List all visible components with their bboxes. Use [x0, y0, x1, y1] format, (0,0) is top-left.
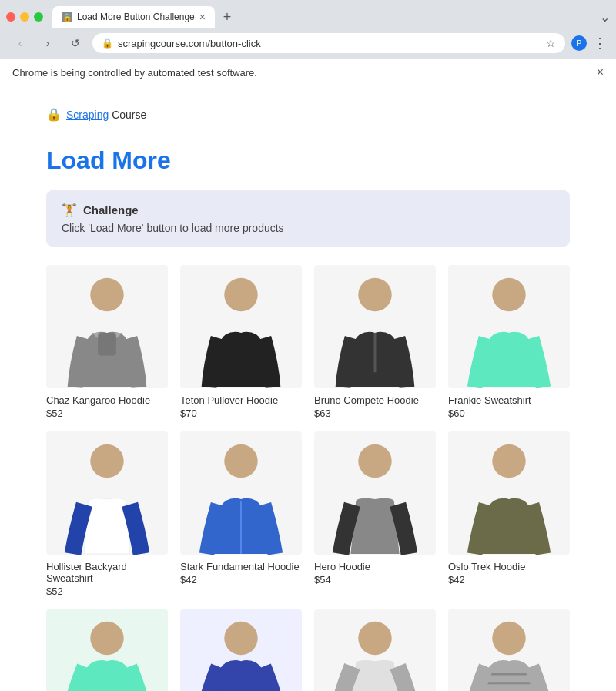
- challenge-description: Click 'Load More' button to load more pr…: [62, 222, 554, 234]
- svg-point-0: [90, 278, 123, 311]
- maximize-window-button[interactable]: [34, 12, 43, 22]
- list-item: Hollister Backyard Sweatshirt $52: [46, 431, 168, 597]
- browser-window: 🔒 Load More Button Challenge × + ⌄ ‹ › ↺…: [0, 0, 616, 691]
- product-name: Teton Pullover Hoodie: [180, 394, 302, 406]
- svg-point-9: [358, 444, 391, 478]
- address-bar: ‹ › ↺ 🔒 scrapingcourse.com/button-click …: [0, 28, 616, 59]
- product-price: $42: [448, 574, 570, 585]
- product-grid-row3: [46, 609, 570, 691]
- svg-point-7: [224, 444, 257, 478]
- product-image: [46, 265, 168, 388]
- product-price: $63: [314, 408, 436, 419]
- product-image: [180, 609, 302, 691]
- list-item: [448, 609, 570, 691]
- tab-favicon: 🔒: [62, 12, 72, 22]
- refresh-button[interactable]: ↺: [65, 32, 86, 54]
- new-tab-button[interactable]: +: [218, 8, 236, 26]
- list-item: [314, 609, 436, 691]
- product-image: [46, 431, 168, 555]
- product-name: Chaz Kangaroo Hoodie: [46, 394, 168, 406]
- challenge-title-text: Challenge: [83, 203, 139, 216]
- list-item: Stark Fundamental Hoodie $42: [180, 431, 302, 597]
- site-header: 🔒 Scraping Course: [46, 98, 570, 128]
- notification-bar: Chrome is being controlled by automated …: [0, 59, 616, 86]
- svg-point-2: [224, 278, 257, 311]
- product-image: [180, 265, 302, 388]
- url-bar[interactable]: 🔒 scrapingcourse.com/button-click ☆: [92, 33, 565, 53]
- svg-point-12: [224, 622, 257, 655]
- back-button[interactable]: ‹: [9, 32, 31, 54]
- challenge-icon: 🏋: [62, 203, 77, 217]
- list-item: Teton Pullover Hoodie $70: [180, 265, 302, 419]
- forward-button[interactable]: ›: [37, 32, 59, 54]
- product-image: [46, 609, 168, 691]
- logo-link-text: Scraping: [66, 109, 109, 121]
- browser-tab-active[interactable]: 🔒 Load More Button Challenge ×: [52, 6, 215, 28]
- svg-point-6: [90, 444, 123, 478]
- product-name: Hero Hoodie: [314, 561, 436, 572]
- product-grid-row2: Hollister Backyard Sweatshirt $52: [46, 431, 570, 597]
- bookmark-icon[interactable]: ☆: [546, 37, 556, 49]
- svg-point-13: [358, 622, 391, 655]
- page-content: 🔒 Scraping Course Load More 🏋 Challenge …: [0, 86, 616, 691]
- profile-avatar[interactable]: P: [571, 35, 587, 51]
- ssl-icon: 🔒: [102, 38, 113, 49]
- page-title: Load More: [46, 146, 570, 175]
- product-image: [314, 265, 436, 388]
- product-image: [448, 265, 570, 388]
- tab-bar: 🔒 Load More Button Challenge × + ⌄: [0, 0, 616, 28]
- svg-point-10: [492, 444, 525, 478]
- challenge-box: 🏋 Challenge Click 'Load More' button to …: [46, 190, 570, 247]
- product-name: Frankie Sweatshirt: [448, 394, 570, 406]
- svg-rect-1: [98, 333, 116, 356]
- product-image: [314, 609, 436, 691]
- list-item: [180, 609, 302, 691]
- product-image: [314, 431, 436, 555]
- product-price: $54: [314, 574, 436, 585]
- minimize-window-button[interactable]: [20, 12, 29, 22]
- traffic-lights: [6, 12, 43, 22]
- product-image: [180, 431, 302, 555]
- svg-point-5: [492, 278, 525, 311]
- svg-point-3: [358, 278, 391, 311]
- browser-menu-button[interactable]: ⋮: [593, 35, 607, 52]
- list-item: Frankie Sweatshirt $60: [448, 265, 570, 419]
- browser-expand-button[interactable]: ⌄: [600, 10, 610, 25]
- list-item: Chaz Kangaroo Hoodie $52: [46, 265, 168, 419]
- list-item: Oslo Trek Hoodie $42: [448, 431, 570, 597]
- svg-point-14: [492, 622, 525, 655]
- challenge-title: 🏋 Challenge: [62, 203, 554, 217]
- product-price: $52: [46, 408, 168, 419]
- logo-link[interactable]: Scraping Course: [66, 109, 146, 121]
- product-name: Stark Fundamental Hoodie: [180, 561, 302, 572]
- product-price: $60: [448, 408, 570, 419]
- list-item: Hero Hoodie $54: [314, 431, 436, 597]
- product-name: Oslo Trek Hoodie: [448, 561, 570, 572]
- tab-title: Load More Button Challenge: [77, 12, 195, 22]
- close-window-button[interactable]: [6, 12, 15, 22]
- logo-icon: 🔒: [46, 107, 62, 122]
- url-text: scrapingcourse.com/button-click: [118, 38, 538, 49]
- product-name: Hollister Backyard Sweatshirt: [46, 561, 168, 584]
- svg-point-11: [90, 622, 123, 655]
- logo-rest-text: Course: [109, 109, 146, 121]
- site-logo: 🔒 Scraping Course: [46, 107, 570, 122]
- product-image: [448, 609, 570, 691]
- notification-close-button[interactable]: ×: [597, 65, 604, 79]
- product-price: $70: [180, 408, 302, 419]
- notification-text: Chrome is being controlled by automated …: [12, 67, 257, 79]
- product-name: Bruno Compete Hoodie: [314, 394, 436, 406]
- product-price: $42: [180, 574, 302, 585]
- list-item: Bruno Compete Hoodie $63: [314, 265, 436, 419]
- product-image: [448, 431, 570, 555]
- product-grid-row1: Chaz Kangaroo Hoodie $52 Teton Pullover …: [46, 265, 570, 419]
- list-item: [46, 609, 168, 691]
- tab-close-button[interactable]: ×: [199, 11, 206, 23]
- product-price: $52: [46, 585, 168, 597]
